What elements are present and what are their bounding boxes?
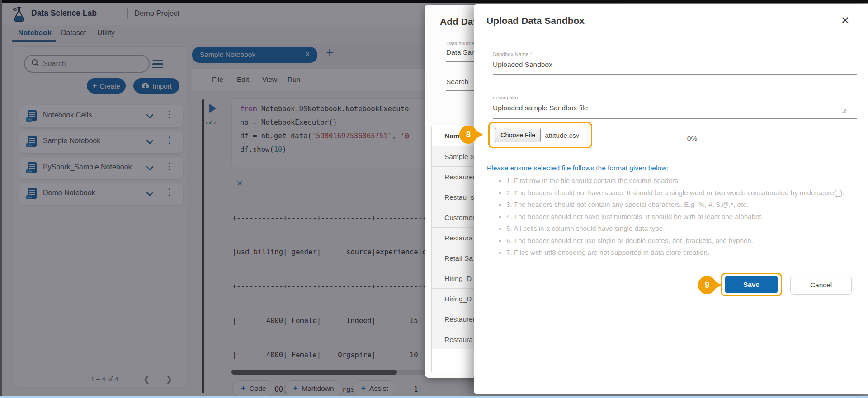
format-rules: 1. First row in the file should contain … bbox=[497, 176, 855, 260]
format-rule: 6. The header should not use single or d… bbox=[506, 236, 855, 245]
window-bottom-edge bbox=[0, 396, 868, 398]
format-rule: 7. Files with utf8 encoding are not supp… bbox=[506, 248, 855, 257]
screen: Data Science Lab Demo Project Notebook D… bbox=[0, 0, 868, 398]
textarea-resize-icon[interactable] bbox=[841, 108, 847, 116]
file-input-highlight: Choose File attitude.csv bbox=[488, 122, 592, 148]
upload-modal-title: Upload Data Sandbox bbox=[486, 15, 585, 26]
selected-file-name: attitude.csv bbox=[545, 131, 579, 139]
upload-data-sandbox-modal: Upload Data Sandbox ✕ Sandbox Name * Upl… bbox=[474, 4, 868, 394]
description-label: description bbox=[493, 95, 518, 100]
upload-progress: 0% bbox=[670, 135, 715, 143]
annotation-step-9: 9 bbox=[698, 276, 716, 294]
data-source-label: Data source bbox=[446, 41, 474, 46]
add-data-search-field[interactable]: Search bbox=[446, 78, 468, 86]
save-button[interactable]: Save bbox=[725, 276, 778, 293]
sandbox-name-label: Sandbox Name * bbox=[493, 52, 532, 57]
annotation-step-8: 8 bbox=[459, 126, 477, 144]
close-icon[interactable]: ✕ bbox=[841, 14, 849, 27]
sandbox-name-underline bbox=[493, 74, 857, 75]
window-left-edge bbox=[0, 0, 2, 398]
description-underline bbox=[493, 118, 857, 119]
format-rule: 3. The headers should not contain any sp… bbox=[506, 200, 855, 209]
description-field[interactable]: Uploaded sample Sandbox file bbox=[493, 104, 588, 112]
sandbox-name-field[interactable]: Uploaded Sandbox bbox=[493, 61, 552, 69]
cancel-button[interactable]: Cancel bbox=[790, 276, 852, 295]
format-note-heading: Please ensure selected file follows the … bbox=[487, 164, 669, 172]
format-rule: 2. The headers should not have space. It… bbox=[506, 188, 855, 197]
format-rule: 1. First row in the file should contain … bbox=[506, 176, 855, 185]
save-button-highlight: Save bbox=[721, 273, 782, 296]
format-rule: 4. The header should not have just numer… bbox=[506, 212, 855, 221]
window-top-edge bbox=[0, 0, 868, 3]
format-rule: 5. All cells in a column should have sin… bbox=[506, 224, 855, 233]
choose-file-button[interactable]: Choose File bbox=[495, 128, 541, 142]
